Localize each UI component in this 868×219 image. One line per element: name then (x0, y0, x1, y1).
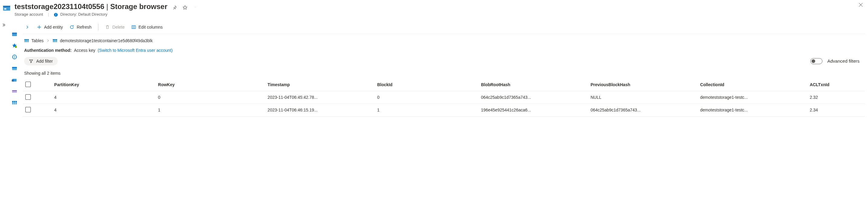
auth-method-line: Authentication method: Access key (Switc… (23, 45, 865, 57)
row-checkbox[interactable] (25, 107, 31, 112)
svg-point-8 (56, 13, 56, 14)
svg-rect-32 (53, 39, 57, 40)
cell-previousblockhash: 064c25ab9c1d7365a743... (588, 104, 698, 116)
item-count-label: Showing all 2 items (23, 70, 865, 79)
subtitle-separator: | (48, 12, 49, 16)
cell-partitionkey: 4 (52, 104, 156, 116)
auth-label: Authentication method: (24, 48, 71, 53)
refresh-icon (69, 25, 74, 30)
cell-timestamp: 2023-11-04T06:46:15.19... (265, 104, 375, 116)
breadcrumb: Tables demoteststorage1testcontainer1e5d… (23, 34, 865, 45)
svg-rect-19 (12, 92, 17, 93)
pin-icon[interactable] (172, 5, 177, 10)
chevron-right-icon (46, 39, 50, 42)
table-row[interactable]: 4 1 2023-11-04T06:46:15.19... 1 196e45e9… (23, 104, 865, 116)
cell-blobroothash: 064c25ab9c1d7365a743... (479, 91, 588, 104)
refresh-button[interactable]: Refresh (68, 24, 93, 31)
plus-icon (37, 25, 42, 30)
cell-acltxnid: 2.32 (807, 91, 865, 104)
storage-account-icon (2, 4, 11, 12)
row-checkbox[interactable] (25, 94, 31, 100)
svg-rect-17 (12, 79, 14, 81)
cell-partitionkey: 4 (52, 91, 156, 104)
col-collectionid[interactable]: CollectionId (698, 79, 807, 91)
nav-item-queues[interactable] (12, 88, 17, 94)
svg-point-13 (14, 56, 16, 58)
nav-item-favorites[interactable] (12, 43, 17, 48)
table-row[interactable]: 4 0 2023-11-04T06:45:42.78... 0 064c25ab… (23, 91, 865, 104)
cell-blockid: 0 (375, 91, 479, 104)
delete-button: Delete (104, 24, 126, 31)
col-previousblockhash[interactable]: PreviousBlockHash (588, 79, 698, 91)
select-all-checkbox[interactable] (25, 82, 31, 87)
col-acltxnid[interactable]: ACLTxnId (807, 79, 865, 91)
resource-type-label: Storage account (14, 12, 43, 16)
title-separator: | (106, 2, 110, 10)
back-chevron-icon[interactable] (23, 25, 31, 29)
side-nav (9, 21, 20, 117)
section-name: Storage browser (110, 2, 167, 10)
toolbar: Add entity Refresh Delete Edit columns (23, 21, 865, 34)
storage-account-name: teststorage20231104t0556 (14, 2, 104, 10)
page-title: teststorage20231104t0556 | Storage brows… (14, 2, 852, 11)
cell-timestamp: 2023-11-04T06:45:42.78... (265, 91, 375, 104)
cell-blockid: 1 (375, 104, 479, 116)
svg-rect-7 (56, 14, 56, 15)
nav-item-recent[interactable] (12, 54, 17, 60)
cell-acltxnid: 2.34 (807, 104, 865, 116)
svg-rect-15 (12, 67, 17, 68)
auth-method: Access key (74, 48, 95, 53)
svg-point-11 (15, 46, 17, 48)
add-filter-label: Add filter (36, 59, 53, 64)
svg-rect-21 (12, 101, 17, 102)
col-partitionkey[interactable]: PartitionKey (52, 79, 156, 91)
cell-previousblockhash: NULL (588, 91, 698, 104)
nav-item-tables[interactable] (12, 100, 17, 105)
breadcrumb-table[interactable]: demoteststorage1testcontainer1e5d680f49d… (53, 38, 152, 43)
advanced-filters-toggle[interactable] (810, 58, 823, 64)
cell-rowkey: 0 (156, 91, 265, 104)
col-timestamp[interactable]: Timestamp (265, 79, 375, 91)
more-icon[interactable] (193, 7, 198, 8)
filter-icon (29, 59, 33, 63)
close-button[interactable] (858, 2, 863, 7)
entity-table: PartitionKey RowKey Timestamp BlockId Bl… (23, 79, 865, 117)
cell-collectionid: demoteststorage1-testc... (698, 91, 807, 104)
svg-rect-10 (12, 33, 17, 33)
table-icon (53, 38, 57, 43)
add-entity-button[interactable]: Add entity (36, 24, 64, 31)
nav-item-containers[interactable] (12, 66, 17, 71)
breadcrumb-root[interactable]: Tables (24, 38, 43, 43)
edit-columns-label: Edit columns (138, 25, 163, 30)
directory-label: Directory: Default Directory (54, 12, 107, 17)
switch-auth-link[interactable]: (Switch to Microsoft Entra user account) (98, 48, 173, 53)
refresh-label: Refresh (77, 25, 91, 30)
add-entity-label: Add entity (44, 25, 63, 30)
star-icon[interactable] (183, 5, 187, 10)
col-rowkey[interactable]: RowKey (156, 79, 265, 91)
cell-collectionid: demoteststorage1-testc... (698, 104, 807, 116)
svg-rect-2 (4, 8, 6, 10)
add-filter-button[interactable]: Add filter (24, 57, 58, 65)
col-blockid[interactable]: BlockId (375, 79, 479, 91)
svg-rect-18 (12, 90, 17, 91)
edit-columns-button[interactable]: Edit columns (130, 24, 164, 31)
nav-item-fileshares[interactable] (12, 77, 17, 82)
svg-rect-1 (3, 6, 10, 7)
svg-rect-28 (25, 39, 29, 40)
svg-rect-24 (132, 26, 135, 29)
columns-icon (131, 25, 136, 30)
cell-rowkey: 1 (156, 104, 265, 116)
expand-chevrons-icon[interactable] (2, 23, 7, 117)
cell-blobroothash: 196e45e925441c26aca6... (479, 104, 588, 116)
delete-label: Delete (112, 25, 124, 30)
advanced-filters-label: Advanced filters (827, 59, 860, 64)
table-icon (24, 38, 29, 43)
trash-icon (105, 25, 110, 30)
toolbar-separator (98, 24, 98, 30)
info-icon (54, 13, 58, 17)
nav-item-storage[interactable] (12, 31, 17, 37)
col-blobroothash[interactable]: BlobRootHash (479, 79, 588, 91)
